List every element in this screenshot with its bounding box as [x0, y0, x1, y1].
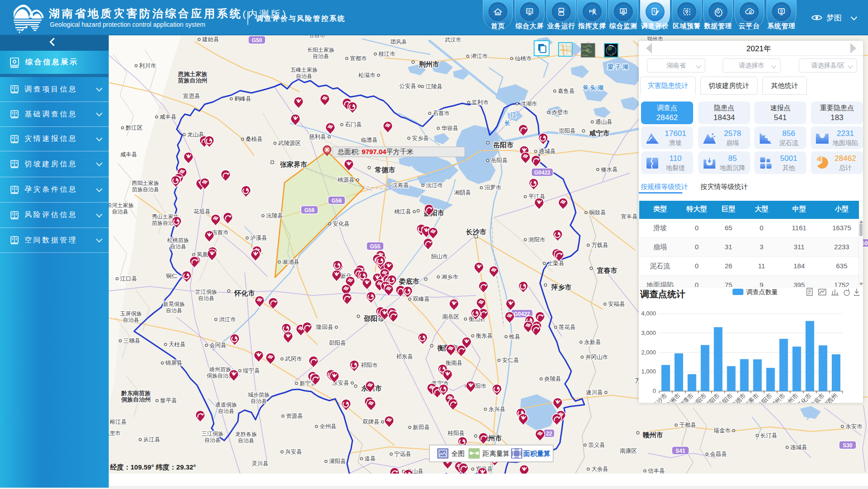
- svg-text:自治县: 自治县: [170, 243, 186, 250]
- svg-text:经度：109.59° 纬度：29.32°: 经度：109.59° 纬度：29.32°: [110, 463, 196, 471]
- svg-text:宜都市: 宜都市: [350, 55, 367, 62]
- svg-text:信丰县: 信丰县: [647, 468, 665, 474]
- svg-text:凯里市: 凯里市: [109, 430, 121, 436]
- svg-text:双牌县: 双牌县: [362, 419, 380, 425]
- svg-text:三穗县: 三穗县: [123, 338, 140, 344]
- svg-text:芷江侗族: 芷江侗族: [195, 289, 217, 295]
- svg-text:灌阳县: 灌阳县: [329, 458, 346, 465]
- svg-text:常德市: 常德市: [375, 166, 395, 174]
- svg-text:大余县: 大余县: [591, 466, 608, 472]
- svg-text:衡东县: 衡东县: [476, 333, 493, 339]
- svg-text:1,000: 1,000: [641, 368, 656, 375]
- svg-text:全州县: 全州县: [319, 423, 337, 430]
- svg-text:桑植县: 桑植县: [246, 136, 263, 142]
- svg-text:怀化市: 怀化市: [234, 289, 255, 297]
- svg-text:绥宁县: 绥宁县: [243, 368, 260, 374]
- svg-text:从江县: 从江县: [143, 436, 160, 443]
- svg-text:自治县: 自治县: [198, 295, 214, 301]
- svg-text:万载县: 万载县: [591, 242, 608, 248]
- svg-text:永兴县: 永兴县: [488, 406, 506, 412]
- svg-text:石首市: 石首市: [433, 110, 450, 116]
- svg-text:汉寿县: 汉寿县: [392, 182, 409, 189]
- svg-text:自治县: 自治县: [251, 398, 267, 404]
- svg-text:道县: 道县: [365, 455, 376, 462]
- svg-text:0: 0: [653, 387, 656, 394]
- svg-text:兴安县: 兴安县: [285, 449, 302, 455]
- svg-text:安仁县: 安仁县: [502, 357, 519, 363]
- svg-text:桂阳县: 桂阳县: [447, 430, 465, 436]
- svg-text:新田县: 新田县: [413, 424, 430, 431]
- svg-text:咸丰县: 咸丰县: [159, 114, 177, 120]
- svg-text:武冈市: 武冈市: [285, 356, 302, 362]
- svg-text:铜仁: 铜仁: [166, 273, 178, 279]
- svg-text:炎陵县: 炎陵县: [544, 376, 561, 382]
- svg-text:潜江市: 潜江市: [471, 53, 488, 59]
- svg-text:通城县: 通城县: [539, 148, 556, 155]
- svg-text:灵川县: 灵川县: [251, 460, 269, 467]
- svg-text:安化县: 安化县: [333, 221, 350, 227]
- svg-text:修水县: 修水县: [601, 166, 618, 173]
- svg-text:自治县: 自治县: [296, 73, 312, 79]
- svg-text:新晃侗族: 新晃侗族: [163, 301, 185, 307]
- svg-text:洪江市: 洪江市: [219, 316, 236, 323]
- svg-text:玉屏侗族: 玉屏侗族: [120, 310, 142, 317]
- svg-text:永新县: 永新县: [584, 339, 601, 345]
- svg-text:通山县: 通山县: [595, 119, 612, 125]
- svg-text:桃江县: 桃江县: [394, 208, 411, 215]
- svg-text:南岳区: 南岳区: [442, 314, 459, 320]
- svg-text:西阳土家族: 西阳土家族: [132, 180, 159, 186]
- svg-text:祁阳市: 祁阳市: [361, 362, 378, 368]
- svg-text:赣州市: 赣州市: [642, 431, 663, 439]
- svg-text:赤壁市: 赤壁市: [551, 109, 569, 116]
- svg-text:娄底市: 娄底市: [399, 277, 420, 285]
- svg-text:会昌县: 会昌县: [710, 451, 727, 457]
- svg-text:斧 头 湖: 斧 头 湖: [583, 84, 603, 91]
- svg-text:崇义县: 崇义县: [588, 442, 605, 448]
- svg-text:永安市: 永安市: [845, 423, 863, 430]
- svg-text:总面积: 9797.04平方千米: 总面积: 9797.04平方千米: [337, 148, 414, 155]
- svg-text:通道侗族: 通道侗族: [215, 402, 237, 408]
- svg-text:邵阳县: 邵阳县: [329, 340, 346, 346]
- svg-text:G0422: G0422: [534, 169, 550, 176]
- svg-text:咸宁市: 咸宁市: [589, 129, 610, 137]
- svg-text:沿河土家族: 沿河土家族: [109, 202, 134, 208]
- svg-text:衡南县: 衡南县: [445, 360, 463, 366]
- svg-text:长沙市: 长沙市: [466, 228, 487, 236]
- svg-text:G55: G55: [370, 243, 381, 250]
- svg-text:江陵县: 江陵县: [425, 83, 443, 90]
- svg-text:三江侗族: 三江侗族: [202, 431, 223, 437]
- svg-text:长阳土家族: 长阳土家族: [307, 47, 334, 53]
- svg-text:长: 长: [504, 120, 511, 126]
- svg-text:长汀县: 长汀县: [760, 432, 777, 439]
- svg-text:S30: S30: [843, 442, 853, 449]
- svg-text:临澧县: 临澧县: [361, 137, 378, 143]
- svg-text:自治县: 自治县: [313, 53, 329, 59]
- svg-text:苗族自治县: 苗族自治县: [132, 186, 159, 193]
- svg-text:嘉鱼县: 嘉鱼县: [558, 88, 575, 94]
- svg-text:自治县: 自治县: [238, 437, 254, 444]
- svg-text:桃源县: 桃源县: [338, 177, 355, 183]
- svg-text:梁 子 湖: 梁 子 湖: [608, 63, 628, 70]
- svg-text:荆州市: 荆州市: [419, 60, 439, 68]
- svg-text:祁东县: 祁东县: [396, 353, 413, 360]
- svg-text:公安县: 公安县: [399, 83, 416, 89]
- svg-text:宁远县: 宁远县: [394, 451, 411, 457]
- svg-text:22: 22: [546, 431, 552, 437]
- svg-text:黎平县: 黎平县: [160, 397, 177, 404]
- svg-text:沅陵县: 沅陵县: [266, 213, 283, 219]
- svg-text:瑞金市: 瑞金市: [714, 427, 731, 434]
- svg-text:江: 江: [511, 111, 517, 118]
- svg-text:张家界市: 张家界市: [280, 160, 307, 168]
- svg-text:宜丰县: 宜丰县: [621, 213, 638, 220]
- svg-text:G56: G56: [332, 198, 342, 204]
- svg-text:洪湖市: 洪湖市: [520, 101, 537, 107]
- svg-text:4,000: 4,000: [641, 310, 656, 317]
- svg-text:黔江区: 黔江区: [125, 125, 143, 131]
- svg-text:武陵源区: 武陵源区: [278, 140, 301, 146]
- svg-text:泸溪县: 泸溪县: [250, 235, 267, 241]
- svg-text:慈利县: 慈利县: [309, 134, 326, 140]
- svg-text:华容县: 华容县: [441, 125, 458, 131]
- svg-text:利川市: 利川市: [139, 63, 156, 69]
- svg-text:岳阳县: 岳阳县: [491, 157, 508, 164]
- svg-text:溆浦县: 溆浦县: [282, 259, 299, 265]
